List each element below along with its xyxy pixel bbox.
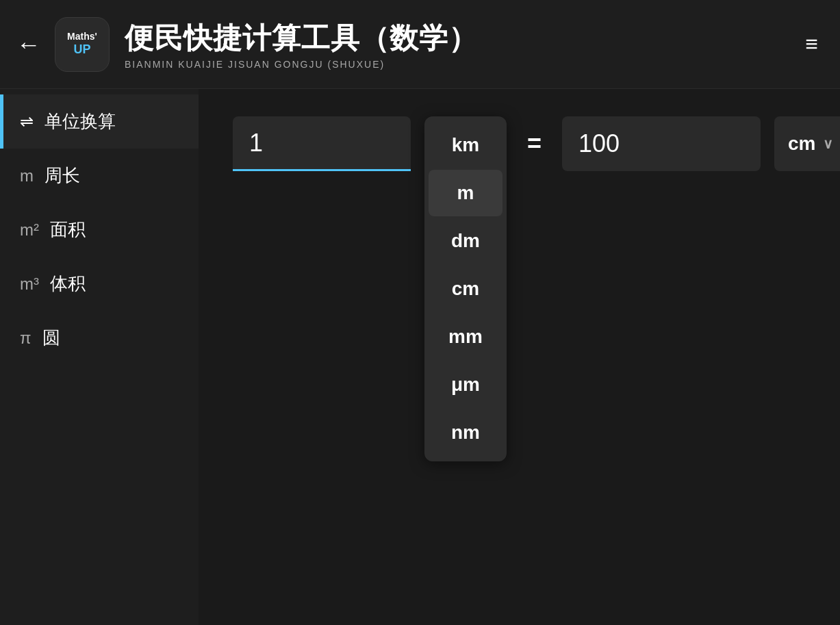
back-button[interactable]: ← (16, 32, 41, 57)
sidebar: ⇌ 单位换算 m 周长 m² 面积 m³ 体积 π 圆 (0, 89, 199, 625)
sidebar-label-volume: 体积 (50, 272, 86, 296)
from-unit-dropdown[interactable]: km m dm cm mm μm nm (424, 116, 507, 461)
app-header: ← Maths' UP 便民快捷计算工具（数学） BIANMIN KUAIJIE… (0, 0, 840, 89)
result-field: 100 (562, 116, 761, 171)
sidebar-label-perimeter: 周长 (44, 164, 80, 188)
to-unit-label: cm (788, 133, 815, 155)
unit-option-km[interactable]: km (429, 122, 502, 168)
app-logo: Maths' UP (55, 17, 110, 72)
sidebar-label-circle: 圆 (42, 326, 60, 350)
logo-bottom-text: UP (73, 42, 90, 58)
main-layout: ⇌ 单位换算 m 周长 m² 面积 m³ 体积 π 圆 km m (0, 89, 840, 625)
content-area: km m dm cm mm μm nm = 100 cm ∨ (199, 89, 840, 625)
equals-sign: = (520, 116, 548, 171)
circle-icon: π (20, 329, 31, 348)
sidebar-item-volume[interactable]: m³ 体积 (0, 257, 199, 311)
unit-dropdown-menu: km m dm cm mm μm nm (424, 116, 507, 461)
area-icon: m² (20, 220, 39, 240)
app-subtitle: BIANMIN KUAIJIE JISUAN GONGJU (SHUXUE) (125, 59, 800, 70)
header-title: 便民快捷计算工具（数学） BIANMIN KUAIJIE JISUAN GONG… (125, 19, 800, 70)
chevron-down-icon: ∨ (823, 136, 833, 152)
unit-option-nm[interactable]: nm (429, 409, 502, 456)
sidebar-item-unit-conversion[interactable]: ⇌ 单位换算 (0, 94, 199, 149)
unit-option-cm[interactable]: cm (429, 266, 502, 312)
logo-top-text: Maths' (67, 31, 97, 42)
menu-button[interactable]: ≡ (800, 26, 824, 62)
value-input[interactable] (233, 116, 411, 171)
sidebar-item-circle[interactable]: π 圆 (0, 311, 199, 365)
unit-conversion-icon: ⇌ (20, 112, 34, 131)
volume-icon: m³ (20, 275, 39, 294)
sidebar-label-unit-conversion: 单位换算 (44, 110, 116, 133)
to-unit-selector[interactable]: cm ∨ (774, 116, 840, 171)
result-value: 100 (578, 129, 620, 158)
unit-option-dm[interactable]: dm (429, 218, 502, 264)
perimeter-icon: m (20, 166, 34, 186)
sidebar-item-perimeter[interactable]: m 周长 (0, 149, 199, 203)
sidebar-item-area[interactable]: m² 面积 (0, 203, 199, 257)
unit-option-mm[interactable]: mm (429, 314, 502, 360)
sidebar-label-area: 面积 (50, 218, 86, 242)
app-title: 便民快捷计算工具（数学） (125, 19, 800, 58)
unit-option-m[interactable]: m (429, 170, 502, 216)
unit-option-um[interactable]: μm (429, 361, 502, 408)
